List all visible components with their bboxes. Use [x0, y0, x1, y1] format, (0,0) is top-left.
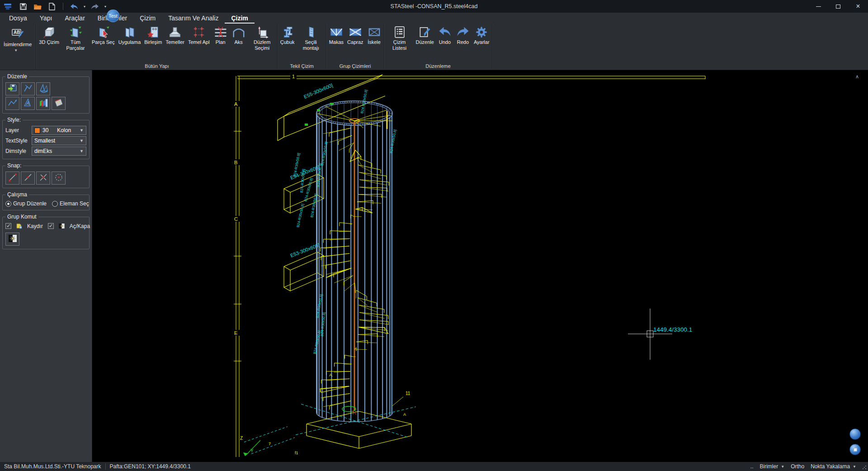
ribbon-tool-tum-parcalar[interactable]: Tüm Parçalar: [61, 24, 90, 52]
kink-line-button[interactable]: [21, 82, 35, 95]
duzenle-group-title: Düzenle: [5, 73, 29, 80]
undo-dropdown-caret[interactable]: ▾: [84, 5, 85, 9]
ribbon-tool-3d-cizim[interactable]: 3D Çizim: [37, 24, 61, 52]
plate-holes-icon: [54, 98, 64, 109]
ribbon-tool-makas[interactable]: Makas: [327, 24, 345, 52]
ribbon-tool-cubuk[interactable]: Çubuk: [278, 24, 297, 52]
snap-endpoint-icon: [8, 172, 18, 184]
beam-e53-label: E53-300x600]: [289, 242, 320, 258]
ribbon-tool-duzenle[interactable]: Düzenle: [414, 24, 436, 52]
snap-center-button[interactable]: [52, 171, 66, 185]
grid-letter-e: E: [234, 330, 237, 336]
ribbon-tool-iskele[interactable]: İskele: [365, 24, 383, 52]
ribbon-tool-undo[interactable]: Undo: [436, 24, 454, 52]
menu-item-cizim-active[interactable]: Çizim: [225, 14, 254, 24]
dimstyle-caret-icon: ▼: [80, 149, 84, 153]
close-button[interactable]: ×: [848, 0, 868, 13]
plate-select-icon: [96, 25, 110, 39]
menu-item-tasarim-ve-analiz[interactable]: Tasarım Ve Analiz: [162, 14, 225, 24]
ribbon-tool-cizim-listesi[interactable]: Çizim Listesi: [385, 24, 414, 52]
dimstyle-label: Dimstyle: [5, 148, 32, 154]
maximize-button[interactable]: [828, 0, 848, 13]
status-dots: ..: [750, 463, 754, 470]
test-badge: Test: [107, 10, 119, 22]
menu-item-yapi[interactable]: Yapı: [33, 14, 59, 24]
ribbon-tool-temeller[interactable]: Temeller: [164, 24, 186, 52]
ribbon-group-label: Düzenleme: [385, 62, 491, 70]
checkbox-label-kaydir: Kaydır: [27, 223, 43, 229]
ribbon-tool-secili-montaji[interactable]: Seçili montajı: [297, 24, 326, 52]
view-cube-ball-button[interactable]: [849, 444, 861, 455]
undo-quick-button[interactable]: [69, 2, 79, 11]
quickbar-customize-caret[interactable]: ▾: [104, 5, 106, 9]
checkbox-kaydir[interactable]: [5, 223, 11, 229]
view-orbit-ball-button[interactable]: [849, 428, 861, 440]
triangle-flip-button[interactable]: [36, 82, 50, 95]
style-groupbox: Style: Layer 30 Kolon ▼ TextStyle Smalle…: [2, 120, 90, 159]
menu-item-araclar[interactable]: Araçlar: [58, 14, 91, 24]
ribbon-group-tekil-cizim: Çubuk Seçili montajı Tekil Çizim: [278, 24, 326, 70]
ribbon-group-label: Grup Çizimleri: [327, 62, 383, 70]
checkbox-ac-kapa[interactable]: [48, 223, 54, 229]
snap-endpoint-button[interactable]: [5, 171, 19, 185]
toggle-burst-button[interactable]: [5, 233, 19, 246]
label-a-dot: A.: [329, 373, 333, 377]
plate-holes-button[interactable]: [52, 97, 66, 110]
ibeam-icon: [280, 25, 295, 39]
textstyle-value: Smallest: [34, 138, 55, 144]
duzenle-groupbox: Düzenle A: [2, 76, 90, 114]
ribbon-tool-parca-sec[interactable]: Parça Seç: [90, 24, 117, 52]
window-title: STASteel -CONSAN_R5.steel4cad: [0, 3, 868, 10]
menu-item-dosya[interactable]: Dosya: [3, 14, 33, 24]
text-angle-button[interactable]: A: [21, 97, 35, 110]
menu-item-cizim[interactable]: Çizim: [133, 14, 162, 24]
drawing-canvas[interactable]: 1 ABCE E55-300x600] E54-300x600]: [92, 70, 868, 462]
ribbon-tool-duzlem-secimi[interactable]: Düzlem Seçimi: [248, 24, 277, 52]
beam-e53: [284, 252, 324, 291]
ribbon-tool-temel-apl[interactable]: Temel Apl: [186, 24, 212, 52]
app-logo-icon: [4, 2, 14, 11]
ribbon-collapse-chevron[interactable]: ∧: [855, 74, 859, 80]
dimstyle-combobox[interactable]: dimEks ▼: [32, 147, 86, 156]
layer-label: Layer: [5, 127, 32, 133]
units-caret-icon[interactable]: ▼: [781, 465, 784, 469]
snap-intersection-button[interactable]: [36, 171, 50, 185]
radio-grup-duzenle[interactable]: [5, 201, 11, 207]
ribbon-tool-redo[interactable]: Redo: [454, 24, 472, 52]
snap-caret-icon[interactable]: ▼: [853, 465, 856, 469]
polyline-arrow-button[interactable]: [5, 97, 19, 110]
ribbon-separator: [384, 24, 385, 69]
label-11: 11: [406, 391, 410, 396]
minimize-button[interactable]: [808, 0, 828, 13]
plan-icon: [213, 25, 228, 39]
ribbon-tool-uygulama[interactable]: Uygulama: [117, 24, 143, 52]
cross-grid-icon: [192, 25, 206, 39]
status-ortho-toggle[interactable]: Ortho: [791, 463, 804, 470]
ribbon-tool-capraz[interactable]: Capraz: [345, 24, 365, 52]
status-units-button[interactable]: Birimler: [760, 463, 778, 470]
xbrace-icon: [348, 25, 363, 39]
ribbon-tool-aks[interactable]: Aks: [230, 24, 248, 52]
save-button[interactable]: [18, 2, 28, 11]
layer-combobox[interactable]: 30 Kolon ▼: [32, 126, 86, 135]
textstyle-combobox[interactable]: Smallest ▼: [32, 136, 86, 145]
open-folder-button[interactable]: [33, 2, 42, 11]
ribbon-tool-plan[interactable]: Plan: [212, 24, 230, 52]
layer-number: 30: [42, 127, 48, 133]
ribbon-tool-ayarlar[interactable]: Ayarlar: [472, 24, 491, 52]
crosshair-cursor: [628, 309, 672, 360]
plate-stack-button[interactable]: [36, 97, 50, 110]
radio-eleman-sec[interactable]: [52, 201, 58, 207]
status-snap-toggle[interactable]: Nokta Yakalama: [811, 463, 850, 470]
redo-quick-button[interactable]: [90, 2, 100, 11]
resize-grip[interactable]: [862, 465, 867, 470]
ribbon-tool-birlesim[interactable]: Birleşim: [142, 24, 164, 52]
ribbon-tool-isimlendirme[interactable]: AB İsimlendirme ▼: [0, 24, 35, 70]
cad-drawing: 1 ABCE E55-300x600] E54-300x600]: [92, 70, 868, 462]
floppy-export-button[interactable]: [5, 82, 19, 95]
snap-center-icon: [54, 172, 64, 184]
snap-midpoint-button[interactable]: [21, 171, 35, 185]
new-file-button[interactable]: [47, 2, 57, 11]
gear-icon: [474, 25, 489, 39]
ribbon-separator: [326, 24, 327, 69]
